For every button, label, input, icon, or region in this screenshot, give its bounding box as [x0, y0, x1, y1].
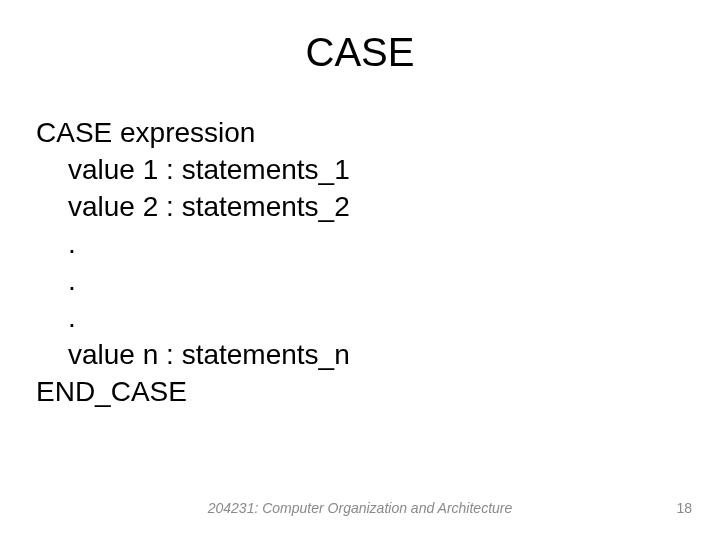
code-line: . — [36, 226, 676, 263]
code-line: . — [36, 300, 676, 337]
code-line: value 2 : statements_2 — [36, 189, 676, 226]
slide-footer: 204231: Computer Organization and Archit… — [0, 500, 720, 516]
code-line: value n : statements_n — [36, 337, 676, 374]
page-number: 18 — [676, 500, 692, 516]
slide-title: CASE — [0, 30, 720, 75]
code-line: END_CASE — [36, 374, 676, 411]
code-line: value 1 : statements_1 — [36, 152, 676, 189]
code-line: CASE expression — [36, 115, 676, 152]
slide: CASE CASE expression value 1 : statement… — [0, 0, 720, 540]
code-line: . — [36, 263, 676, 300]
slide-body: CASE expression value 1 : statements_1 v… — [36, 115, 676, 411]
